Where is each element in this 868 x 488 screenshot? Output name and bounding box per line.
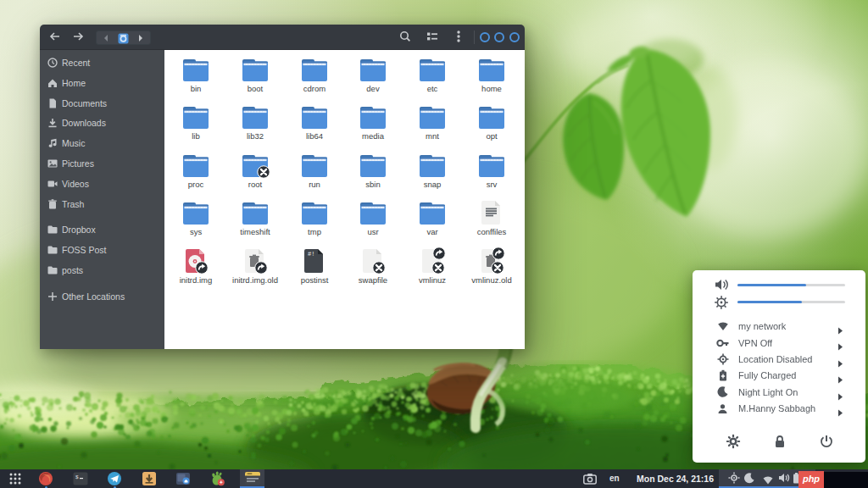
svg-text:$: $ [75,474,79,480]
svg-text:#!: #! [308,251,314,258]
